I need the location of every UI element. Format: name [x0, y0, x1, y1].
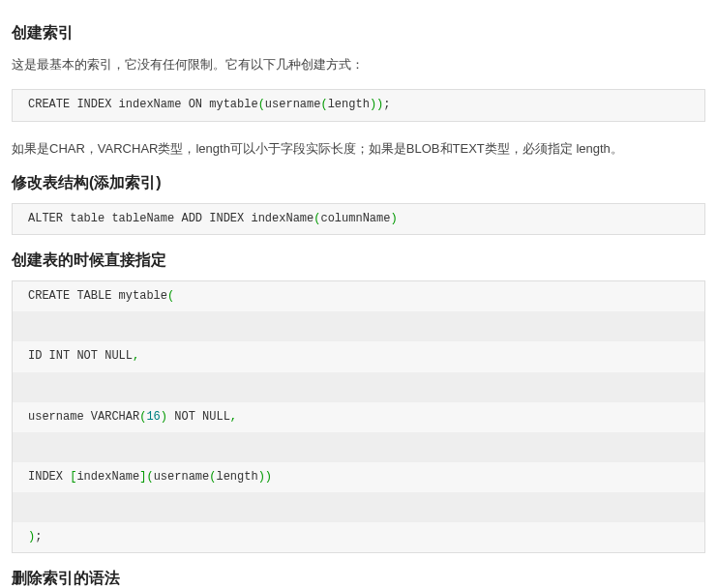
heading-create-table: 创建表的时候直接指定	[12, 250, 705, 271]
code-line	[13, 432, 704, 462]
note-text: 如果是CHAR，VARCHAR类型，length可以小于字段实际长度；如果是BL…	[12, 137, 705, 160]
code-line: );	[13, 522, 704, 552]
code-line: CREATE TABLE mytable(	[13, 281, 704, 311]
heading-alter-table: 修改表结构(添加索引)	[12, 173, 705, 193]
code-line: ID INT NOT NULL,	[13, 341, 704, 371]
code-line: username VARCHAR(16) NOT NULL,	[13, 402, 704, 432]
code-create-index: CREATE INDEX indexName ON mytable(userna…	[12, 89, 705, 121]
code-line: ALTER table tableName ADD INDEX indexNam…	[13, 204, 704, 234]
code-line	[13, 492, 704, 522]
code-line	[13, 311, 704, 341]
heading-drop-index: 删除索引的语法	[12, 569, 705, 588]
code-line: INDEX [indexName] (username(length))	[13, 462, 704, 492]
code-alter-table: ALTER table tableName ADD INDEX indexNam…	[12, 203, 705, 235]
intro-text: 这是最基本的索引，它没有任何限制。它有以下几种创建方式：	[12, 53, 705, 75]
heading-create-index: 创建索引	[12, 23, 705, 44]
code-line: CREATE INDEX indexName ON mytable(userna…	[13, 90, 704, 120]
code-create-table: CREATE TABLE mytable( ID INT NOT NULL, u…	[12, 280, 705, 553]
code-line	[13, 372, 704, 402]
